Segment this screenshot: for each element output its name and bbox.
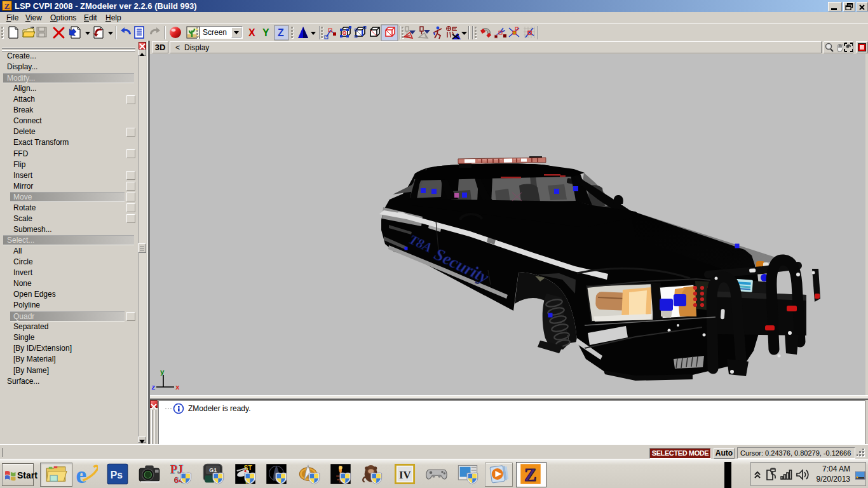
svg-text:Z: Z [278,27,284,38]
svg-text:Y: Y [262,27,269,38]
svg-text:y: y [160,369,165,376]
svg-text:e: e [76,463,86,485]
svg-text:Ps: Ps [111,470,123,480]
svg-text:G1: G1 [209,467,217,473]
svg-text:x: x [175,384,180,391]
svg-text:z: z [151,384,156,391]
svg-text:X: X [248,27,255,38]
svg-text:Z: Z [524,464,537,485]
svg-text:IV: IV [399,469,411,481]
